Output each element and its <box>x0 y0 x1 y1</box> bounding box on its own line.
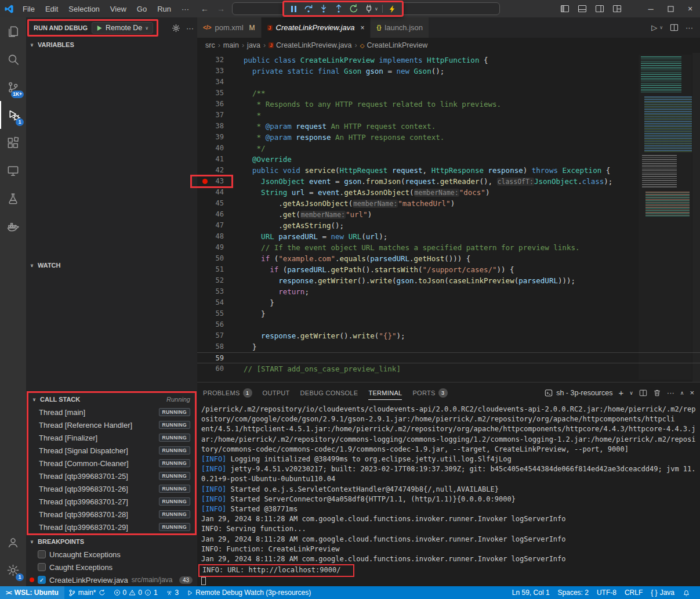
more-actions-icon[interactable]: ··· <box>686 23 693 32</box>
toggle-panel-icon[interactable] <box>574 0 591 17</box>
restart-icon[interactable] <box>347 3 361 15</box>
sync-icon[interactable] <box>99 589 106 596</box>
breakpoint-item[interactable]: ✓CreateLinkPreview.javasrc/main/java43 <box>26 573 197 586</box>
language-mode[interactable]: { } Java <box>647 586 679 599</box>
code-line[interactable]: 36 * Responds to any HTTP request relate… <box>197 99 700 110</box>
step-out-icon[interactable] <box>332 3 346 15</box>
indentation[interactable]: Spaces: 2 <box>554 586 593 599</box>
terminal-output[interactable]: /pierrick/.m2/repository/io/cloudevents/… <box>197 403 700 586</box>
call-stack-thread[interactable]: Thread [qtp399683701-27]RUNNING <box>28 495 195 508</box>
editor-scrollbar[interactable] <box>692 53 700 382</box>
code-line[interactable]: 50 if ("example.com".equals(parsedURL.ge… <box>197 253 700 264</box>
menu-item-go[interactable]: Go <box>132 2 152 16</box>
breadcrumb-item[interactable]: JCreateLinkPreview.java <box>269 41 351 49</box>
code-line[interactable]: 44 String url = event.getAsJsonObject(me… <box>197 187 700 198</box>
code-line[interactable]: 34 <box>197 77 700 88</box>
minimap[interactable] <box>639 55 692 380</box>
close-button[interactable]: × <box>680 0 700 17</box>
code-line[interactable]: 57 response.getWriter().write("{}"); <box>197 330 700 341</box>
code-line[interactable]: 60// [START add_ons_case_preview_link] <box>197 363 700 374</box>
code-line[interactable]: 56 <box>197 319 700 330</box>
activity-accounts[interactable] <box>0 528 26 556</box>
panel-tab-terminal[interactable]: TERMINAL <box>368 383 402 403</box>
code-line[interactable]: 51 if (parsedURL.getPath().startsWith("/… <box>197 264 700 275</box>
section-watch[interactable]: ∨ WATCH <box>26 259 197 272</box>
code-line[interactable]: 38 * @param request An HTTP request cont… <box>197 121 700 132</box>
breakpoint-item[interactable]: Caught Exceptions <box>26 561 197 573</box>
code-line[interactable]: 53 return; <box>197 286 700 297</box>
breadcrumb-item[interactable]: ◇CreateLinkPreview <box>360 41 428 49</box>
code-line[interactable]: 59 <box>197 352 700 363</box>
call-stack-thread[interactable]: Thread [main]RUNNING <box>28 406 195 418</box>
step-into-icon[interactable] <box>317 3 331 15</box>
code-line[interactable]: 52 response.getWriter().write(gson.toJso… <box>197 275 700 286</box>
toggle-sidebar-icon[interactable] <box>556 0 574 17</box>
encoding[interactable]: UTF-8 <box>593 586 621 599</box>
activity-search[interactable] <box>0 45 26 73</box>
minimize-button[interactable]: ─ <box>641 0 661 17</box>
code-line[interactable]: 39 * @param response An HTTP response co… <box>197 132 700 143</box>
call-stack-thread[interactable]: Thread [qtp399683701-28]RUNNING <box>28 508 195 521</box>
activity-extensions[interactable] <box>0 129 26 157</box>
kill-terminal-icon[interactable] <box>653 389 661 397</box>
activity-testing[interactable] <box>0 185 26 212</box>
breadcrumb-item[interactable]: java <box>247 41 260 49</box>
terminal-instance-picker[interactable]: sh - 3p-resources <box>545 389 612 397</box>
breakpoint-checkbox[interactable]: ✓ <box>38 576 46 584</box>
panel-tab-debug-console[interactable]: DEBUG CONSOLE <box>300 383 358 403</box>
panel-tab-problems[interactable]: PROBLEMS1 <box>203 383 252 403</box>
section-breakpoints[interactable]: ∨ BREAKPOINTS <box>26 535 197 548</box>
lightning-icon[interactable] <box>386 3 400 15</box>
activity-docker[interactable] <box>0 212 26 240</box>
chevron-down-icon[interactable]: ∨ <box>629 390 633 396</box>
step-over-icon[interactable] <box>302 3 315 15</box>
eol-sequence[interactable]: CRLF <box>621 586 647 599</box>
disconnect-icon[interactable] <box>362 3 376 15</box>
call-stack-thread[interactable]: Thread [Common-Cleaner]RUNNING <box>28 457 195 470</box>
code-line[interactable]: 35 /** <box>197 88 700 99</box>
menu-item-run[interactable]: Run <box>152 2 176 16</box>
code-line[interactable]: 55 } <box>197 308 700 319</box>
activity-explorer[interactable] <box>0 17 26 45</box>
remote-indicator[interactable]: >< WSL: Ubuntu <box>0 586 64 599</box>
code-line[interactable]: 58 } <box>197 341 700 352</box>
code-line[interactable]: 54 } <box>197 297 700 308</box>
call-stack-thread[interactable]: Thread [qtp399683701-26]RUNNING <box>28 482 195 495</box>
code-line[interactable]: 47 .getAsString(); <box>197 220 700 231</box>
cursor-position[interactable]: Ln 59, Col 1 <box>508 586 554 599</box>
activity-run-and-debug[interactable]: 1 <box>0 101 26 129</box>
code-line[interactable]: 41 @Override <box>197 154 700 165</box>
code-editor[interactable]: 32public class CreateLinkPreview impleme… <box>197 53 700 382</box>
activity-source-control[interactable]: 1K+ <box>0 73 26 101</box>
section-variables[interactable]: ∨ VARIABLES <box>26 38 197 51</box>
tab-createlinkpreview-java[interactable]: JCreateLinkPreview.java× <box>262 17 371 38</box>
tab-pom-xml[interactable]: </>pom.xmlM <box>197 17 262 38</box>
notifications-bell-icon[interactable] <box>679 586 694 599</box>
menu-item-file[interactable]: File <box>17 2 40 16</box>
code-line[interactable]: 49 // If the event object URL matches a … <box>197 242 700 253</box>
code-line[interactable]: 40 */ <box>197 143 700 154</box>
ports-indicator[interactable]: 3 <box>162 586 183 599</box>
debug-config-picker[interactable]: Remote De ∨ <box>92 22 153 34</box>
tab-launch-json[interactable]: {}launch.json <box>371 17 429 38</box>
close-panel-icon[interactable]: × <box>690 388 694 397</box>
git-branch[interactable]: main* <box>64 586 110 599</box>
menu-item-edit[interactable]: Edit <box>40 2 63 16</box>
debug-session-indicator[interactable]: Remote Debug Watch (3p-resources) <box>183 586 315 599</box>
close-icon[interactable]: × <box>360 24 364 32</box>
problems-indicator[interactable]: 0 0 1 <box>110 586 162 599</box>
maximize-panel-icon[interactable]: ∧ <box>680 390 684 396</box>
breakpoint-checkbox[interactable] <box>38 563 46 571</box>
code-line[interactable]: 37 * <box>197 110 700 121</box>
split-editor-icon[interactable] <box>670 23 679 32</box>
code-line[interactable]: 32public class CreateLinkPreview impleme… <box>197 55 700 66</box>
menu-item-selection[interactable]: Selection <box>63 2 104 16</box>
code-line[interactable]: 46 .get(memberName:"url") <box>197 209 700 220</box>
panel-tab-ports[interactable]: PORTS3 <box>412 383 447 403</box>
split-terminal-icon[interactable] <box>639 389 647 397</box>
section-call-stack[interactable]: ∨ CALL STACK Running <box>28 393 195 406</box>
breadcrumb-item[interactable]: src <box>205 41 215 49</box>
customize-layout-icon[interactable] <box>608 0 626 17</box>
breakpoint-item[interactable]: Uncaught Exceptions <box>26 548 197 561</box>
more-actions-icon[interactable]: ··· <box>667 388 674 397</box>
